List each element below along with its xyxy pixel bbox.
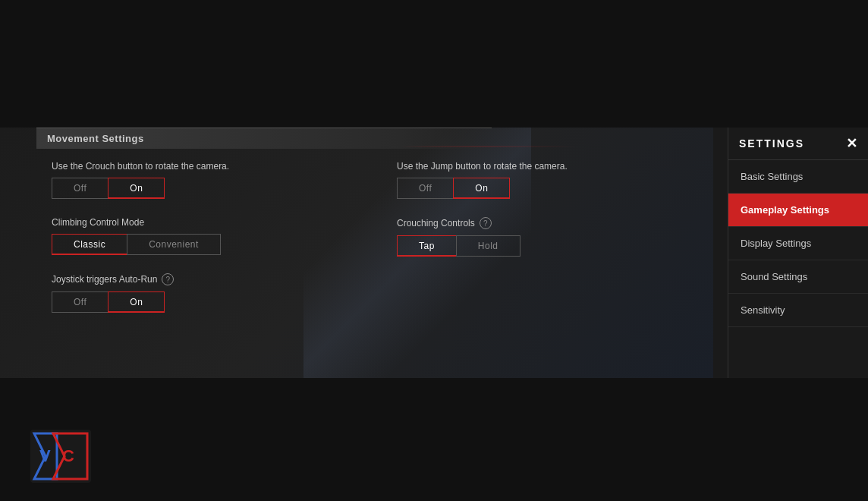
setting-group-joystick-autorun: Joystick triggers Auto-Run ? Off On bbox=[52, 273, 351, 313]
setting-group-crouching-controls: Crouching Controls ? Tap Hold bbox=[397, 217, 697, 257]
close-button[interactable]: ✕ bbox=[846, 135, 857, 152]
crouch-rotate-off[interactable]: Off bbox=[52, 178, 108, 199]
setting-group-crouch-rotate: Use the Crouch button to rotate the came… bbox=[52, 161, 351, 199]
sidebar-item-basic[interactable]: Basic Settings bbox=[728, 160, 868, 194]
jump-rotate-off[interactable]: Off bbox=[397, 178, 453, 199]
sidebar: SETTINGS ✕ Basic Settings Gameplay Setti… bbox=[728, 128, 868, 378]
svg-text:V: V bbox=[39, 446, 51, 465]
settings-columns: Use the Crouch button to rotate the came… bbox=[52, 161, 697, 331]
climbing-convenient[interactable]: Convenient bbox=[127, 234, 221, 255]
sidebar-item-sound[interactable]: Sound Settings bbox=[728, 260, 868, 294]
joystick-help-icon[interactable]: ? bbox=[162, 273, 174, 285]
sidebar-item-sensitivity[interactable]: Sensitivity bbox=[728, 294, 868, 327]
sidebar-header: SETTINGS ✕ bbox=[728, 128, 868, 160]
climbing-mode-toggle: Classic Convenient bbox=[52, 234, 351, 255]
settings-col-1: Use the Crouch button to rotate the came… bbox=[52, 161, 351, 331]
climbing-classic[interactable]: Classic bbox=[52, 234, 127, 255]
setting-group-jump-rotate: Use the Jump button to rotate the camera… bbox=[397, 161, 697, 199]
bg-bottom bbox=[0, 378, 868, 501]
crouching-controls-toggle: Tap Hold bbox=[397, 235, 697, 257]
crouching-help-icon[interactable]: ? bbox=[480, 217, 492, 229]
joystick-autorun-toggle: Off On bbox=[52, 291, 351, 313]
crouch-rotate-on[interactable]: On bbox=[108, 178, 165, 199]
crouching-hold[interactable]: Hold bbox=[456, 235, 520, 257]
panel-title: Movement Settings bbox=[47, 133, 144, 144]
joystick-autorun-off[interactable]: Off bbox=[52, 291, 108, 313]
crouching-tap[interactable]: Tap bbox=[397, 235, 456, 257]
sidebar-menu: Basic Settings Gameplay Settings Display… bbox=[728, 160, 868, 327]
joystick-autorun-on[interactable]: On bbox=[108, 291, 165, 313]
crouch-rotate-label: Use the Crouch button to rotate the came… bbox=[52, 161, 351, 172]
sidebar-item-display[interactable]: Display Settings bbox=[728, 227, 868, 260]
bg-top bbox=[0, 0, 868, 128]
settings-panel: Movement Settings Use the Crouch button … bbox=[36, 128, 712, 378]
jump-rotate-label: Use the Jump button to rotate the camera… bbox=[397, 161, 697, 172]
panel-content: Use the Crouch button to rotate the came… bbox=[36, 149, 712, 343]
settings-col-2: Use the Jump button to rotate the camera… bbox=[397, 161, 697, 331]
sidebar-item-gameplay[interactable]: Gameplay Settings bbox=[728, 194, 868, 227]
panel-header: Movement Settings bbox=[36, 128, 492, 149]
jump-rotate-toggle: Off On bbox=[397, 178, 697, 199]
joystick-autorun-label: Joystick triggers Auto-Run ? bbox=[52, 273, 351, 285]
crouch-rotate-toggle: Off On bbox=[52, 178, 351, 199]
crouching-controls-label: Crouching Controls ? bbox=[397, 217, 697, 229]
logo: V C bbox=[30, 430, 91, 483]
sidebar-title: SETTINGS bbox=[739, 137, 804, 150]
svg-text:C: C bbox=[62, 446, 74, 465]
setting-group-climbing-mode: Climbing Control Mode Classic Convenient bbox=[52, 217, 351, 255]
jump-rotate-on[interactable]: On bbox=[453, 178, 510, 199]
climbing-mode-label: Climbing Control Mode bbox=[52, 217, 351, 228]
